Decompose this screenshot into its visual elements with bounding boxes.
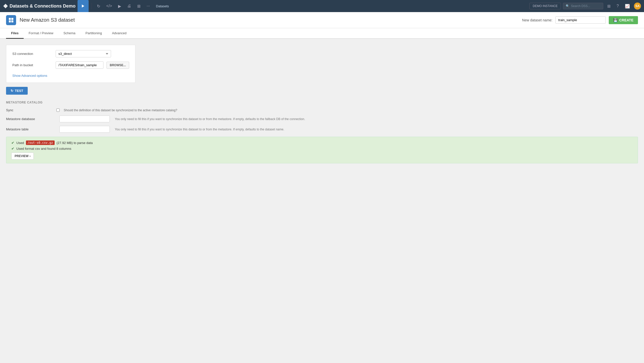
topbar-right: DEMO INSTANCE 🔍 Search DSS... ⊞ ? 📈 SA: [529, 3, 641, 10]
metastore-db-row: Metastore database You only need to fill…: [6, 116, 638, 122]
tab-format-preview[interactable]: Format / Preview: [24, 28, 58, 39]
path-row: Path in bucket BROWSE...: [12, 61, 129, 69]
avatar[interactable]: SA: [634, 3, 641, 10]
content-area: S3 connection s3_direct s3_prod s3_dev P…: [0, 39, 644, 356]
print-icon[interactable]: 🖨: [125, 3, 133, 9]
file-code: /out-s0.csv.gz: [26, 140, 54, 145]
app-title: Datasets & Connections Demo: [10, 4, 76, 9]
dataset-name-input[interactable]: [555, 16, 606, 24]
test-refresh-icon: ↻: [11, 89, 13, 93]
tab-schema[interactable]: Schema: [58, 28, 81, 39]
refresh-nav-icon[interactable]: ↻: [95, 3, 102, 10]
metastore-db-label: Metastore database: [6, 117, 56, 121]
format-text: Used format csv and found 8 columns: [16, 147, 71, 151]
sync-help-text: Should the definition of this dataset be…: [64, 108, 177, 112]
datasets-label: Datasets: [156, 4, 169, 8]
tabs-bar: Files Format / Preview Schema Partitioni…: [0, 28, 644, 39]
svg-rect-5: [11, 20, 13, 22]
page-title: New Amazon S3 dataset: [20, 17, 75, 23]
s3-connection-select[interactable]: s3_direct s3_prod s3_dev: [56, 50, 111, 57]
svg-rect-3: [11, 18, 13, 20]
chevron-right-icon: ›: [29, 154, 30, 158]
code-icon[interactable]: </>: [104, 3, 114, 9]
metastore-table-input[interactable]: [59, 126, 110, 133]
svg-marker-0: [3, 4, 8, 8]
sync-right: Should the definition of this dataset be…: [56, 108, 177, 112]
test-button[interactable]: ↻ TEST: [6, 87, 28, 95]
metastore-db-help: You only need to fill this if you want t…: [115, 117, 305, 121]
create-label: CREATE: [619, 18, 633, 22]
success-line-2: ✔ Used format csv and found 8 columns: [11, 147, 633, 151]
metastore-table-row: Metastore table You only need to fill th…: [6, 126, 638, 133]
s3-connection-row: S3 connection s3_direct s3_prod s3_dev: [12, 50, 129, 57]
tab-partitioning[interactable]: Partitioning: [81, 28, 107, 39]
content-inner: S3 connection s3_direct s3_prod s3_dev P…: [6, 45, 638, 163]
tab-advanced[interactable]: Advanced: [107, 28, 132, 39]
svg-rect-4: [9, 20, 11, 22]
test-label: TEST: [15, 89, 23, 93]
search-box: 🔍 Search DSS...: [563, 3, 603, 9]
check-icon-2: ✔: [11, 147, 14, 151]
parse-data-text: (27.92 MB) to parse data: [57, 141, 93, 145]
s3-connection-label: S3 connection: [12, 52, 53, 56]
demo-instance-button[interactable]: DEMO INSTANCE: [529, 3, 561, 9]
path-label: Path in bucket: [12, 63, 53, 67]
browse-button[interactable]: BROWSE...: [106, 62, 129, 69]
preview-label: PREVIEW: [15, 154, 28, 158]
files-panel: S3 connection s3_direct s3_prod s3_dev P…: [6, 45, 135, 83]
success-line-1: ✔ Used /out-s0.csv.gz (27.92 MB) to pars…: [11, 140, 633, 145]
grid-icon[interactable]: ⊞: [605, 3, 613, 10]
show-advanced-link[interactable]: Show Advanced options: [12, 74, 47, 78]
preview-button[interactable]: PREVIEW ›: [11, 153, 34, 160]
dataset-name-label: New dataset name:: [522, 18, 553, 22]
nav-divider: [92, 3, 92, 9]
play-icon[interactable]: ▶: [116, 3, 123, 10]
app-logo: Datasets & Connections Demo: [3, 4, 76, 9]
more-icon[interactable]: ···: [145, 3, 152, 9]
header-actions: New dataset name: 💾 CREATE: [522, 16, 638, 24]
metastore-table-help: You only need to fill this if you want t…: [115, 128, 284, 131]
metastore-section-title: METASTORE CATALOG: [6, 101, 638, 104]
topbar: Datasets & Connections Demo ↻ </> ▶ 🖨 ⊞ …: [0, 0, 644, 12]
search-placeholder: Search DSS...: [571, 4, 590, 8]
sync-label: Sync: [6, 108, 56, 112]
search-icon: 🔍: [566, 4, 569, 8]
metastore-db-input[interactable]: [59, 116, 110, 122]
help-icon[interactable]: ?: [615, 3, 621, 9]
page-header: New Amazon S3 dataset New dataset name: …: [0, 12, 644, 28]
check-icon-1: ✔: [11, 141, 14, 145]
save-icon: 💾: [613, 18, 618, 22]
create-button[interactable]: 💾 CREATE: [609, 16, 638, 24]
success-box: ✔ Used /out-s0.csv.gz (27.92 MB) to pars…: [6, 137, 638, 163]
table-icon[interactable]: ⊞: [135, 3, 142, 10]
sync-row: Sync Should the definition of this datas…: [6, 108, 638, 112]
used-label: Used: [16, 141, 24, 145]
path-input[interactable]: [56, 61, 103, 69]
trend-icon[interactable]: 📈: [623, 3, 632, 10]
tab-files[interactable]: Files: [6, 28, 24, 39]
svg-marker-1: [82, 5, 84, 8]
dataset-icon: [6, 15, 16, 25]
svg-rect-2: [9, 18, 11, 20]
metastore-table-label: Metastore table: [6, 127, 56, 131]
active-tab[interactable]: [78, 0, 89, 12]
sync-checkbox[interactable]: [56, 108, 60, 112]
